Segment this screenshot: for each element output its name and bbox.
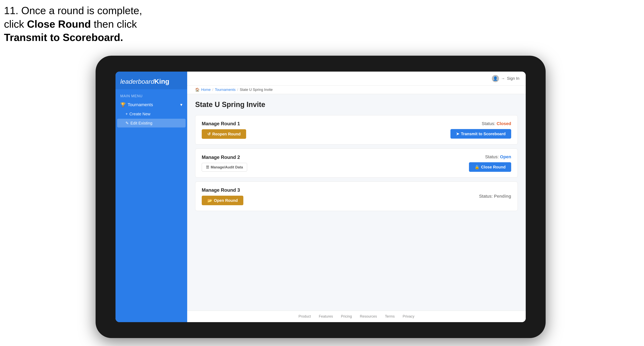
avatar: 👤	[492, 75, 499, 82]
manage-audit-label: Manage/Audit Data	[211, 165, 243, 170]
instruction-bold1: Close Round	[27, 18, 91, 30]
round-card-2: Manage Round 2 ☰ Manage/Audit Data Statu…	[195, 149, 518, 177]
open-round-button[interactable]: 📂 Open Round	[202, 196, 243, 205]
manage-audit-data-button[interactable]: ☰ Manage/Audit Data	[202, 163, 247, 172]
logo-leaderboard: leaderboard	[120, 78, 154, 85]
footer-pricing[interactable]: Pricing	[341, 314, 352, 319]
instruction-bold2: Transmit to Scoreboard.	[4, 32, 123, 43]
sign-in-icon: →	[501, 76, 505, 81]
footer-product[interactable]: Product	[298, 314, 311, 319]
open-icon: 📂	[207, 198, 212, 203]
breadcrumb: 🏠 Home / Tournaments / State U Spring In…	[187, 86, 526, 94]
round-card-1: Manage Round 1 ↺ Reopen Round Status: Cl…	[195, 115, 518, 145]
sidebar-tournaments-label: Tournaments	[128, 102, 153, 107]
main-content: 👤 → Sign In 🏠 Home / Tournaments / State…	[187, 72, 526, 322]
edit-existing-label: Edit Existing	[130, 121, 152, 126]
tablet-device: leaderboardKing MAIN MENU 🏆 Tournaments …	[96, 56, 546, 338]
tablet-screen: leaderboardKing MAIN MENU 🏆 Tournaments …	[116, 72, 526, 322]
reopen-icon: ↺	[207, 132, 211, 136]
footer-features[interactable]: Features	[319, 314, 333, 319]
sidebar: leaderboardKing MAIN MENU 🏆 Tournaments …	[116, 72, 187, 322]
round-2-title: Manage Round 2	[202, 155, 247, 160]
page-title: State U Spring Invite	[195, 100, 518, 109]
breadcrumb-sep1: /	[212, 88, 213, 92]
round-3-left: Manage Round 3 📂 Open Round	[202, 187, 243, 205]
open-round-label: Open Round	[214, 198, 238, 203]
footer-resources[interactable]: Resources	[360, 314, 377, 319]
logo-king: King	[154, 78, 170, 85]
round-3-title: Manage Round 3	[202, 187, 243, 193]
footer: Product Features Pricing Resources Terms…	[187, 311, 526, 322]
lock-icon: 🔒	[474, 165, 480, 170]
round-2-right: Status: Open 🔒 Close Round	[469, 154, 511, 172]
breadcrumb-sep2: /	[237, 88, 238, 92]
reopen-round-button[interactable]: ↺ Reopen Round	[202, 129, 246, 139]
breadcrumb-current: State U Spring Invite	[240, 88, 272, 92]
footer-privacy[interactable]: Privacy	[403, 314, 414, 319]
audit-icon: ☰	[206, 165, 209, 170]
round-1-status-value: Closed	[497, 121, 511, 126]
page-content: State U Spring Invite Manage Round 1 ↺ R…	[187, 94, 526, 311]
round-3-right: Status: Pending	[479, 194, 511, 199]
round-1-right: Status: Closed ➤ Transmit to Scoreboard	[450, 121, 512, 139]
sidebar-sub-create-new[interactable]: + Create New	[116, 110, 187, 118]
home-icon: 🏠	[195, 87, 200, 92]
plus-icon: +	[126, 112, 128, 116]
sidebar-menu-label: MAIN MENU	[116, 92, 187, 100]
round-1-title: Manage Round 1	[202, 121, 246, 127]
chevron-down-icon: ▾	[180, 102, 182, 107]
sidebar-logo: leaderboardKing	[116, 72, 187, 89]
round-card-3: Manage Round 3 📂 Open Round Status: Pend…	[195, 181, 518, 211]
sidebar-main-menu: MAIN MENU 🏆 Tournaments ▾ + Create New ✎	[116, 89, 187, 131]
edit-icon: ✎	[126, 121, 129, 126]
round-2-status-value: Open	[500, 154, 511, 159]
close-round-button[interactable]: 🔒 Close Round	[469, 162, 511, 172]
instruction-line2: click	[4, 18, 27, 30]
round-3-status: Status: Pending	[479, 194, 511, 199]
footer-terms[interactable]: Terms	[385, 314, 395, 319]
app-layout: leaderboardKing MAIN MENU 🏆 Tournaments …	[116, 72, 526, 322]
transmit-to-scoreboard-button[interactable]: ➤ Transmit to Scoreboard	[450, 129, 512, 139]
breadcrumb-tournaments[interactable]: Tournaments	[215, 88, 236, 92]
instruction-line1: 11. Once a round is complete,	[4, 5, 142, 16]
close-round-label: Close Round	[481, 165, 506, 170]
instruction-block: 11. Once a round is complete, click Clos…	[4, 4, 142, 44]
round-2-left: Manage Round 2 ☰ Manage/Audit Data	[202, 155, 247, 172]
instruction-line3: then click	[91, 18, 137, 30]
breadcrumb-home[interactable]: Home	[201, 88, 211, 92]
top-bar: 👤 → Sign In	[187, 72, 526, 86]
trophy-icon: 🏆	[120, 102, 126, 107]
sign-in-label[interactable]: Sign In	[507, 76, 519, 81]
round-1-status: Status: Closed	[482, 121, 511, 126]
sign-in-area[interactable]: 👤 → Sign In	[492, 75, 519, 82]
transmit-label: Transmit to Scoreboard	[461, 132, 506, 136]
round-3-status-value: Pending	[494, 194, 511, 199]
round-2-status: Status: Open	[485, 154, 511, 160]
transmit-icon: ➤	[456, 132, 460, 136]
create-new-label: Create New	[130, 112, 150, 116]
reopen-round-label: Reopen Round	[212, 132, 240, 136]
sidebar-item-tournaments[interactable]: 🏆 Tournaments ▾	[116, 100, 187, 110]
round-1-left: Manage Round 1 ↺ Reopen Round	[202, 121, 246, 139]
sidebar-sub-edit-existing[interactable]: ✎ Edit Existing	[117, 119, 186, 128]
